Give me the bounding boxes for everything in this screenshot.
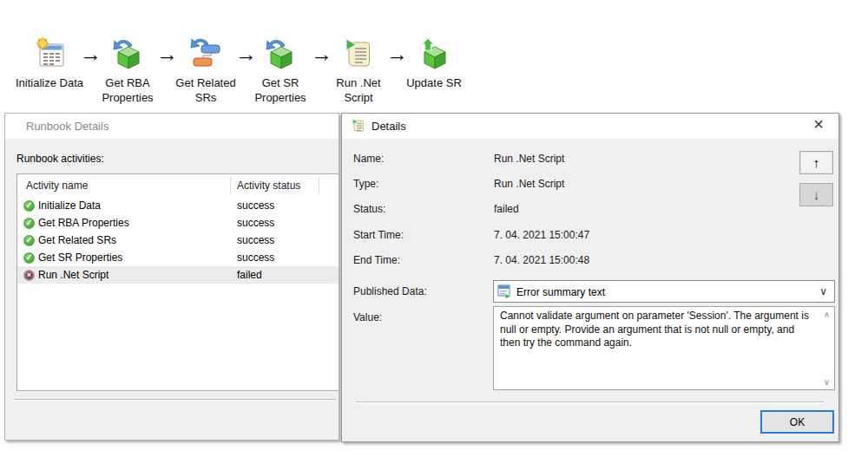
success-status-icon: ✓ [23, 200, 35, 212]
field-label: Status: [353, 203, 385, 215]
table-row[interactable]: ✓ Get Related SRs success [17, 232, 339, 249]
activity-name-cell: Get Related SRs [38, 234, 116, 246]
workflow-step-get-rba-properties[interactable]: Get RBA Properties [93, 36, 162, 105]
value-label: Value: [353, 311, 382, 323]
get-related-items-icon [188, 36, 223, 71]
success-status-icon: ✓ [23, 252, 35, 264]
table-row[interactable]: ✓ Get RBA Properties success [17, 214, 339, 232]
field-value: Run .Net Script [494, 178, 564, 190]
workflow-step-update-sr[interactable]: Update SR [395, 36, 473, 90]
activity-status-cell: success [237, 217, 274, 229]
up-arrow-icon: ↑ [813, 155, 820, 170]
success-status-icon: ✓ [23, 235, 35, 246]
activity-status-cell: success [237, 199, 274, 212]
runbook-details-window: Runbook Details Runbook activities: Acti… [4, 113, 339, 441]
table-row-selected[interactable]: × Run .Net Script failed [17, 266, 339, 284]
activity-status-cell: failed [237, 269, 262, 281]
field-label: Type: [353, 178, 378, 190]
published-data-dropdown[interactable]: Error summary text ∨ [493, 280, 835, 303]
activity-name-cell: Get SR Properties [38, 251, 122, 264]
activities-table: Activity name Activity status ✓ Initiali… [16, 173, 339, 391]
activity-name-cell: Get RBA Properties [38, 217, 129, 229]
field-value: 7. 04. 2021 15:00:47 [494, 229, 589, 241]
dialog-divider [355, 402, 824, 403]
workflow-step-label: Get SR Properties [246, 75, 315, 105]
activity-status-cell: success [237, 234, 274, 246]
run-script-icon [341, 36, 376, 71]
workflow-step-get-sr-properties[interactable]: Get SR Properties [246, 36, 315, 105]
workflow-step-run-net-script[interactable]: Run .Net Script [324, 36, 393, 105]
activity-name-cell: Run .Net Script [38, 269, 108, 281]
value-text: Cannot validate argument on parameter 'S… [500, 310, 817, 350]
desktop: Initialize Data → Get RBA Properties → G… [0, 0, 868, 457]
update-cube-icon [417, 36, 451, 71]
value-textbox[interactable]: Cannot validate argument on parameter 'S… [493, 306, 835, 390]
scroll-up-icon[interactable]: ∧ [824, 310, 830, 319]
workflow-step-label: Get RBA Properties [93, 75, 162, 105]
published-data-item-icon [497, 284, 512, 299]
workflow-step-get-related-srs[interactable]: Get Related SRs [169, 36, 242, 105]
column-header-activity-status[interactable]: Activity status [237, 180, 300, 192]
window-divider [14, 399, 336, 401]
workflow-step-label: Get Related SRs [169, 75, 242, 105]
activity-name-cell: Initialize Data [38, 199, 101, 212]
table-row[interactable]: ✓ Get SR Properties success [17, 249, 339, 266]
field-label: Name: [353, 153, 384, 165]
dialog-title: Details [372, 120, 406, 133]
down-arrow-icon: ↓ [813, 187, 820, 202]
field-label: End Time: [353, 254, 400, 266]
window-title: Runbook Details [5, 114, 339, 133]
scroll-down-icon[interactable]: ∨ [824, 377, 830, 387]
field-value: failed [494, 203, 519, 215]
details-titlebar[interactable]: Details × [342, 114, 838, 139]
ok-button[interactable]: OK [760, 410, 834, 434]
field-value: Run .Net Script [494, 153, 564, 165]
workflow-step-label: Update SR [395, 75, 473, 90]
table-row[interactable]: ✓ Initialize Data success [17, 197, 339, 214]
published-data-selected-option: Error summary text [516, 286, 605, 298]
field-value: 7. 04. 2021 15:00:48 [494, 254, 589, 266]
details-dialog: Details × Name: Run .Net Script Type: Ru… [341, 113, 839, 442]
runbook-titlebar[interactable]: Runbook Details [5, 114, 339, 139]
new-data-table-icon [32, 36, 67, 71]
success-status-icon: ✓ [23, 218, 35, 229]
get-activity-cube-icon [263, 36, 298, 71]
get-activity-cube-icon [110, 36, 145, 71]
runbook-activities-label: Runbook activities: [16, 153, 104, 165]
activities-table-header: Activity name Activity status [17, 174, 339, 197]
field-label: Start Time: [353, 229, 404, 241]
published-data-label: Published Data: [353, 285, 427, 297]
next-activity-button[interactable]: ↓ [799, 183, 833, 206]
failed-status-icon: × [23, 270, 35, 281]
previous-activity-button[interactable]: ↑ [799, 151, 833, 174]
column-header-activity-name[interactable]: Activity name [26, 180, 88, 192]
close-icon[interactable]: × [808, 114, 829, 134]
ok-button-label: OK [790, 416, 805, 428]
workflow-step-label: Run .Net Script [324, 75, 393, 105]
chevron-down-icon: ∨ [819, 285, 827, 297]
column-separator[interactable] [230, 177, 231, 194]
workflow-step-label: Initialize Data [6, 75, 93, 90]
column-separator[interactable] [319, 177, 319, 194]
activity-status-cell: success [237, 251, 274, 264]
script-icon [351, 118, 366, 134]
